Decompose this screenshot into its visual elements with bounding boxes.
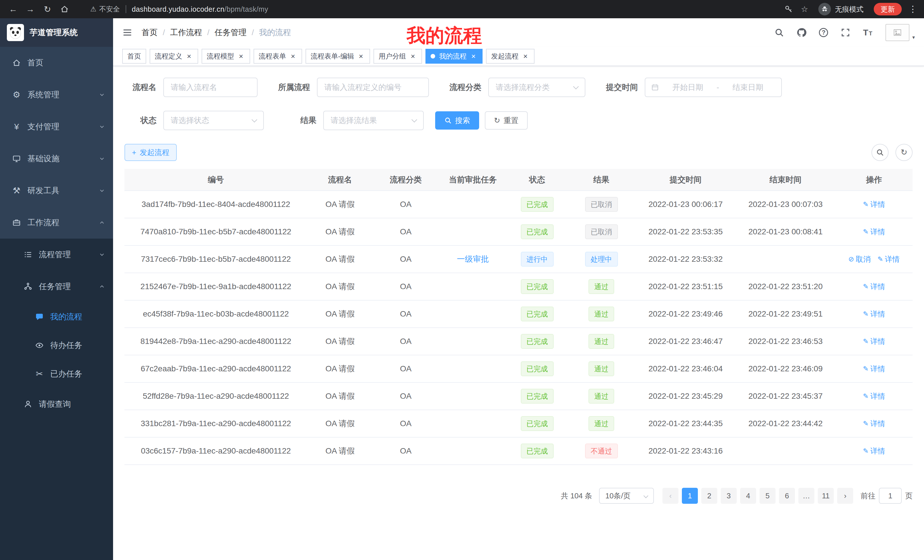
column-header: 状态 [507,169,567,191]
submit-time-daterange[interactable]: 开始日期-结束日期 [645,78,782,97]
sidebar-item-infrastructure[interactable]: 基础设施 [0,143,113,175]
detail-action[interactable]: ✎详情 [878,254,900,264]
tab-process-form[interactable]: 流程表单× [254,49,302,64]
back-icon[interactable]: ← [6,2,21,16]
font-size-icon[interactable]: TT [863,28,873,37]
page-button-1[interactable]: 1 [682,488,698,504]
search-button[interactable]: 搜索 [435,111,479,130]
page-button-6[interactable]: 6 [779,488,795,504]
forward-icon[interactable]: → [23,2,38,16]
close-icon[interactable]: × [470,52,477,60]
reload-icon[interactable]: ↻ [40,2,55,16]
sidebar-item-system[interactable]: ⚙系统管理 [0,79,113,111]
key-icon[interactable] [784,5,793,13]
security-label[interactable]: 不安全 [99,4,120,14]
sidebar-item-process-mgmt[interactable]: 流程管理 [0,239,113,271]
home-icon[interactable] [57,2,72,16]
status-tag: 已完成 [521,443,554,458]
cell-end-time [735,246,836,273]
star-icon[interactable]: ☆ [801,4,808,14]
page-button-4[interactable]: 4 [740,488,756,504]
detail-action[interactable]: ✎详情 [863,337,885,346]
detail-action[interactable]: ✎详情 [863,199,885,210]
tab-process-model[interactable]: 流程模型× [202,49,250,64]
sidebar-item-home[interactable]: 首页 [0,47,113,79]
sidebar-item-payment[interactable]: ¥支付管理 [0,111,113,143]
detail-action[interactable]: ✎详情 [863,446,885,456]
search-icon[interactable] [774,28,784,37]
next-page-button[interactable]: › [837,488,853,504]
detail-action[interactable]: ✎详情 [863,227,885,237]
tab-process-form-edit[interactable]: 流程表单-编辑× [306,49,370,64]
breadcrumb-item[interactable]: 工作流程 [170,27,202,38]
refresh-button[interactable]: ↻ [896,144,913,161]
detail-action[interactable]: ✎详情 [863,391,885,401]
kebab-menu-icon[interactable]: ⋮ [909,5,917,13]
table-row: 7470a810-7b9b-11ec-b5b7-acde48001122OA 请… [124,218,913,246]
tab-process-definition[interactable]: 流程定义× [150,49,198,64]
cell-category: OA [373,382,439,410]
tab-home[interactable]: 首页 [122,49,146,64]
toggle-search-button[interactable] [872,144,889,161]
tools-icon: ⚒ [11,186,22,195]
address-bar[interactable]: ⚠ 不安全 dashboard.yudao.iocoder.cn/bpm/tas… [90,4,784,14]
page-button-3[interactable]: 3 [721,488,736,504]
detail-action[interactable]: ✎详情 [863,282,885,292]
close-icon[interactable]: × [521,52,530,60]
process-name-input[interactable]: 请输入流程名 [164,78,258,97]
cell-status: 已完成 [507,191,567,218]
reset-button[interactable]: ↻重置 [485,111,528,130]
chevron-down-icon [573,84,579,89]
caret-down-icon: ▾ [912,35,915,40]
sidebar-item-done-task[interactable]: ✂已办任务 [0,359,113,388]
close-icon[interactable]: × [409,52,417,60]
process-definition-input[interactable]: 请输入流程定义的编号 [317,78,429,97]
current-task-link[interactable]: 一级审批 [457,255,489,264]
breadcrumb-item[interactable]: 首页 [142,27,158,38]
app-logo[interactable]: 芋道管理系统 [0,18,113,47]
sidebar-item-task-mgmt[interactable]: 任务管理 [0,271,113,302]
question-icon[interactable]: ? [819,28,828,37]
close-icon[interactable]: × [357,52,365,60]
user-avatar[interactable]: ▾ [885,24,915,41]
result-tag: 通过 [588,416,614,431]
sidebar-item-label: 流程管理 [39,249,71,260]
table-row: 52ffd28e-7b9a-11ec-a290-acde48001122OA 请… [124,382,913,410]
close-icon[interactable]: × [185,52,193,60]
create-process-button[interactable]: +发起流程 [124,144,177,161]
detail-action[interactable]: ✎详情 [863,364,885,374]
github-icon[interactable] [796,28,806,37]
process-category-select[interactable]: 请选择流程分类 [488,78,585,97]
page-button-11[interactable]: 11 [818,488,834,504]
goto-page-input[interactable] [879,488,902,504]
sidebar-item-my-process[interactable]: 我的流程 [0,302,113,331]
tab-my-process[interactable]: 我的流程× [426,49,483,64]
tab-start-process[interactable]: 发起流程× [486,49,534,64]
detail-action[interactable]: ✎详情 [863,309,885,319]
result-select[interactable]: 请选择流结果 [323,111,424,130]
page-button-…[interactable]: … [798,488,814,504]
page-button-2[interactable]: 2 [701,488,717,504]
page-button-5[interactable]: 5 [759,488,776,504]
fullscreen-icon[interactable] [841,28,850,37]
cell-process-name: OA 请假 [307,437,373,465]
detail-action[interactable]: ✎详情 [863,419,885,429]
url-text[interactable]: dashboard.yudao.iocoder.cn/bpm/task/my [132,5,268,13]
cancel-action[interactable]: ⊘取消 [848,254,871,264]
sidebar-item-dev-tools[interactable]: ⚒研发工具 [0,175,113,207]
cell-result: 通过 [567,355,636,382]
sidebar-item-leave-query[interactable]: 请假查询 [0,388,113,420]
sidebar-item-todo-task[interactable]: 待办任务 [0,331,113,359]
close-icon[interactable]: × [289,52,297,60]
tab-user-group[interactable]: 用户分组× [374,49,422,64]
prev-page-button[interactable]: ‹ [663,488,678,504]
status-select[interactable]: 请选择状态 [164,111,264,130]
cell-category: OA [373,246,439,273]
hamburger-icon[interactable] [122,27,132,38]
cell-result: 通过 [567,300,636,328]
sidebar-item-workflow[interactable]: 工作流程 [0,207,113,239]
page-size-select[interactable]: 10条/页 [599,488,654,504]
update-button[interactable]: 更新 [874,3,902,15]
breadcrumb-item[interactable]: 任务管理 [215,27,247,38]
close-icon[interactable]: × [237,52,245,60]
